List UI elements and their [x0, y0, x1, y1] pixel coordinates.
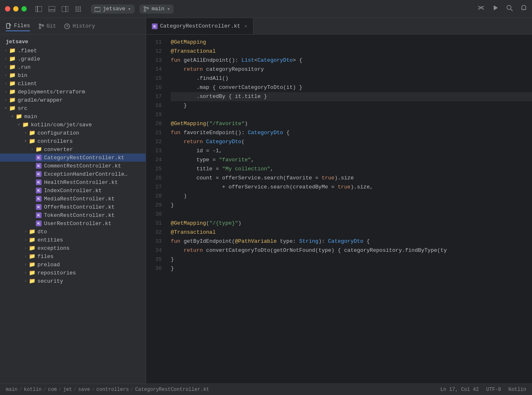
tree-label-exceptions: exceptions — [37, 245, 70, 251]
tree-item-OfferRestController[interactable]: KOfferRestController.kt — [0, 203, 146, 211]
line-num-20: 20 — [146, 119, 162, 128]
sidebar-tab-files[interactable]: Files — [6, 21, 30, 31]
tree-item-bin[interactable]: 📁bin — [0, 71, 146, 79]
tree-item-TokenRestController[interactable]: KTokenRestController.kt — [0, 211, 146, 219]
bell-icon[interactable] — [520, 5, 527, 13]
tree-arrow-kotlin[interactable] — [16, 121, 22, 128]
tree-arrow-files[interactable] — [22, 253, 29, 260]
tree-item-main[interactable]: 📁main — [0, 112, 146, 121]
folder-icon-files: 📁 — [29, 253, 35, 260]
titlebar: jetsave ▾ main ▾ — [0, 0, 532, 18]
tree-arrow-controllers[interactable] — [22, 138, 29, 144]
code-line-12: @Transactional — [171, 47, 532, 56]
line-num-28: 28 — [146, 192, 162, 201]
tree-arrow-preload[interactable] — [22, 261, 29, 268]
tree-item-run[interactable]: 📁.run — [0, 63, 146, 71]
branch-chevron-icon: ▾ — [167, 6, 170, 12]
kt-file-icon: K — [152, 23, 158, 29]
line-num-36: 36 — [146, 264, 162, 273]
minimize-button[interactable] — [13, 6, 19, 12]
folder-icon-run: 📁 — [9, 64, 16, 70]
tree-arrow-main[interactable] — [9, 113, 16, 120]
close-button[interactable] — [5, 6, 10, 12]
folder-icon-controllers: 📁 — [29, 138, 35, 144]
tree-item-CategoryRestController[interactable]: KCategoryRestController.kt — [0, 153, 146, 162]
tree-item-converter[interactable]: 📁converter — [0, 145, 146, 153]
tree-label-client: client — [18, 81, 37, 87]
tree-item-CommentRestController[interactable]: KCommentRestController.kt — [0, 162, 146, 170]
tree-label-UserRestController: UserRestController.kt — [44, 221, 112, 227]
project-name: jetsave — [103, 6, 125, 12]
tree-item-src[interactable]: 📁src — [0, 104, 146, 112]
code-line-31: @GetMapping("/{type}") — [171, 219, 532, 228]
code-line-13: fun getAllEndpoint(): List<CategoryDto> … — [171, 56, 532, 65]
maximize-button[interactable] — [21, 6, 27, 12]
code-line-32: @Transactional — [171, 228, 532, 237]
layout-right-icon[interactable] — [61, 5, 69, 13]
tree-label-dto: dto — [37, 229, 47, 235]
tree-item-UserRestController[interactable]: KUserRestController.kt — [0, 219, 146, 228]
search-icon[interactable] — [506, 5, 513, 14]
code-area: @GetMapping@Transactionalfun getAllEndpo… — [166, 35, 532, 383]
tree-arrow-security[interactable] — [22, 278, 29, 284]
tree-item-gradle[interactable]: 📁.gradle — [0, 55, 146, 63]
layout-bottom-icon[interactable] — [48, 5, 56, 13]
tree-arrow-gradle_wrapper[interactable] — [2, 97, 9, 103]
tree-arrow-client[interactable] — [2, 80, 9, 87]
tab-close-button[interactable]: ✕ — [244, 23, 247, 29]
branch-selector[interactable]: main ▾ — [139, 5, 174, 14]
tree-arrow-deployments[interactable] — [2, 88, 9, 95]
tree-item-IndexController[interactable]: KIndexController.kt — [0, 186, 146, 195]
project-selector[interactable]: jetsave ▾ — [91, 5, 135, 14]
tree-arrow-src[interactable] — [2, 105, 9, 112]
tree-arrow-converter[interactable] — [29, 146, 35, 153]
tree-item-repositories[interactable]: 📁repositories — [0, 269, 146, 277]
tree-item-exceptions[interactable]: 📁exceptions — [0, 244, 146, 252]
tree-label-bin: bin — [18, 72, 27, 79]
tree-arrow-run[interactable] — [2, 64, 9, 70]
tree-item-configuration[interactable]: 📁configuration — [0, 129, 146, 137]
tree-arrow-repositories[interactable] — [22, 270, 29, 276]
tree-label-files: files — [37, 253, 53, 260]
breadcrumb-filename: CategoryRestController.kt — [135, 387, 209, 393]
tree-item-kotlin[interactable]: 📁kotlin/com/jet/save — [0, 121, 146, 129]
tree-item-HealthRestController[interactable]: KHealthRestController.kt — [0, 178, 146, 186]
run-icon[interactable] — [492, 5, 499, 13]
tree-item-deployments[interactable]: 📁deployments/terraform — [0, 88, 146, 96]
sidebar-tab-git[interactable]: Git — [38, 21, 56, 31]
tree-item-security[interactable]: 📁security — [0, 277, 146, 285]
tree-arrow-entities[interactable] — [22, 237, 29, 243]
no-wifi-icon[interactable] — [477, 4, 485, 14]
folder-icon-converter: 📁 — [35, 146, 42, 153]
tree-item-client[interactable]: 📁client — [0, 79, 146, 88]
svg-point-12 — [76, 10, 77, 12]
tree-item-controllers[interactable]: 📁controllers — [0, 137, 146, 145]
kt-icon-UserRestController: K — [35, 220, 42, 227]
tree-arrow-dto[interactable] — [22, 228, 29, 235]
editor-content[interactable]: 1112131415161718192021222324252627282930… — [146, 35, 532, 383]
sidebar-tab-history[interactable]: History — [64, 21, 95, 31]
line-num-22: 22 — [146, 137, 162, 146]
tree-item-files[interactable]: 📁files — [0, 252, 146, 260]
tree-item-fleet[interactable]: 📁.fleet — [0, 46, 146, 55]
tree-arrow-fleet[interactable] — [2, 47, 9, 54]
grid-icon[interactable] — [74, 5, 82, 13]
tree-item-entities[interactable]: 📁entities — [0, 236, 146, 244]
svg-point-10 — [78, 8, 79, 9]
tree-item-dto[interactable]: 📁dto — [0, 228, 146, 236]
sidebar-tab-files-label: Files — [14, 23, 30, 29]
line-num-19: 19 — [146, 110, 162, 119]
tree-item-ExceptionHandlerController[interactable]: KExceptionHandlerControlle… — [0, 170, 146, 178]
tree-item-MediaRestController[interactable]: KMediaRestController.kt — [0, 195, 146, 203]
tree-arrow-bin[interactable] — [2, 72, 9, 79]
kt-icon-TokenRestController: K — [35, 212, 42, 218]
code-line-14: return categoryRepository — [171, 65, 532, 74]
tree-item-preload[interactable]: 📁preload — [0, 260, 146, 269]
tree-arrow-gradle[interactable] — [2, 56, 9, 62]
tree-label-MediaRestController: MediaRestController.kt — [44, 196, 115, 202]
editor-tab-categoryrestcontroller[interactable]: K CategoryRestController.kt ✕ — [146, 18, 253, 34]
tree-arrow-configuration[interactable] — [22, 130, 29, 136]
tree-item-gradle_wrapper[interactable]: 📁gradle/wrapper — [0, 96, 146, 104]
tree-arrow-exceptions[interactable] — [22, 245, 29, 251]
sidebar-toggle-icon[interactable] — [35, 5, 42, 13]
